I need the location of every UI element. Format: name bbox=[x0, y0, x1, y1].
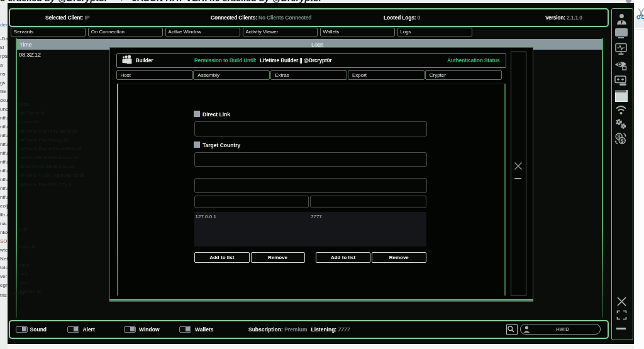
svg-text:$: $ bbox=[621, 138, 624, 144]
